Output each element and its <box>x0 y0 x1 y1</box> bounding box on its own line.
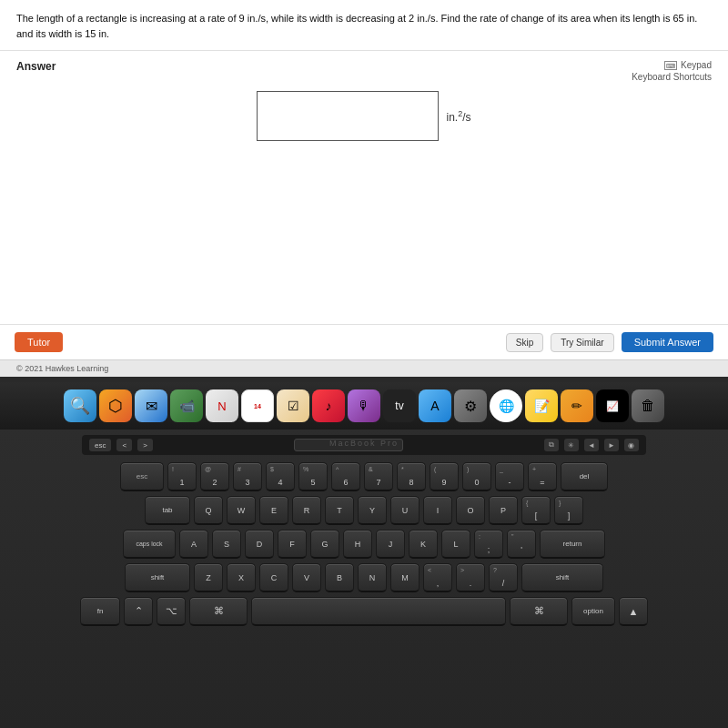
dock-notes[interactable]: 📝 <box>525 389 558 422</box>
dock-settings[interactable]: ⚙ <box>454 389 487 422</box>
dock-stocks[interactable]: 📈 <box>596 389 629 422</box>
key-arrow-up[interactable]: ▲ <box>619 597 648 626</box>
key-tab[interactable]: tab <box>145 496 190 525</box>
tutor-button[interactable]: Tutor <box>15 332 63 352</box>
tb-esc[interactable]: esc <box>89 439 111 451</box>
key-p[interactable]: P <box>489 496 518 525</box>
key-v[interactable]: V <box>292 563 321 592</box>
key-command-right[interactable]: ⌘ <box>510 597 568 626</box>
key-u[interactable]: U <box>390 496 420 525</box>
dock-reminders[interactable]: ☑ <box>277 389 309 422</box>
key-command-left[interactable]: ⌘ <box>189 597 248 626</box>
keyboard-shortcuts-button[interactable]: Keyboard Shortcuts <box>632 72 712 82</box>
key-b[interactable]: B <box>325 563 354 592</box>
dock-finder[interactable]: 🔍 <box>64 389 96 422</box>
tb-volume-up-icon[interactable]: ► <box>604 439 619 451</box>
submit-answer-button[interactable]: Submit Answer <box>622 332 713 352</box>
key-quote[interactable]: "' <box>507 530 536 559</box>
keypad-area: ⌨ Keypad Keyboard Shortcuts <box>632 60 712 82</box>
tb-left: esc < > <box>89 439 153 451</box>
key-l[interactable]: L <box>441 530 470 559</box>
key-z[interactable]: Z <box>194 563 223 592</box>
key-r[interactable]: R <box>292 496 321 525</box>
key-shift-right[interactable]: shift <box>521 563 603 592</box>
key-2[interactable]: @2 <box>200 462 229 491</box>
key-control[interactable]: ⌃ <box>124 597 153 626</box>
key-i[interactable]: I <box>423 496 452 525</box>
key-minus[interactable]: _- <box>495 462 524 491</box>
key-a[interactable]: A <box>179 530 208 559</box>
dock-facetime[interactable]: 📹 <box>170 389 203 422</box>
key-option-left[interactable]: ⌥ <box>157 597 186 626</box>
tb-forward[interactable]: > <box>137 439 153 451</box>
key-esc[interactable]: esc <box>120 462 164 491</box>
key-slash[interactable]: ?/ <box>489 563 518 592</box>
unit-slash: /s <box>462 111 470 124</box>
unit-text: in. <box>446 111 458 124</box>
key-9[interactable]: (9 <box>430 462 459 491</box>
key-caps-lock[interactable]: caps lock <box>123 530 176 559</box>
key-j[interactable]: J <box>376 530 405 559</box>
shortcuts-label: Keyboard Shortcuts <box>632 72 712 82</box>
key-5[interactable]: %5 <box>298 462 328 491</box>
key-q[interactable]: Q <box>194 496 223 525</box>
keypad-button[interactable]: ⌨ Keypad <box>664 60 712 70</box>
key-space[interactable] <box>251 597 506 626</box>
key-4[interactable]: $4 <box>266 462 295 491</box>
key-7[interactable]: &7 <box>364 462 393 491</box>
tb-back[interactable]: < <box>116 439 132 451</box>
dock-pencil[interactable]: ✏ <box>561 389 593 422</box>
key-y[interactable]: Y <box>358 496 387 525</box>
key-fn[interactable]: fn <box>80 597 120 626</box>
key-shift-left[interactable]: shift <box>125 563 190 592</box>
key-bracket-right[interactable]: }] <box>554 496 583 525</box>
keyboard-area: esc !1 @2 #3 $4 %5 ^6 &7 *8 (9 )0 _- += … <box>36 462 692 626</box>
skip-button[interactable]: Skip <box>506 333 543 352</box>
dock-music[interactable]: ♪ <box>312 389 345 422</box>
dock-launchpad[interactable]: ⬡ <box>99 389 132 422</box>
key-n[interactable]: N <box>358 563 387 592</box>
key-8[interactable]: *8 <box>397 462 426 491</box>
key-f[interactable]: F <box>278 530 307 559</box>
key-delete[interactable]: del <box>561 462 608 491</box>
dock-trash[interactable]: 🗑 <box>632 389 664 422</box>
key-6[interactable]: ^6 <box>331 462 360 491</box>
key-o[interactable]: O <box>456 496 485 525</box>
answer-label: Answer <box>16 60 56 73</box>
key-t[interactable]: T <box>325 496 354 525</box>
key-comma[interactable]: <, <box>423 563 452 592</box>
answer-header: Answer ⌨ Keypad Keyboard Shortcuts <box>16 60 712 82</box>
key-k[interactable]: K <box>409 530 438 559</box>
key-period[interactable]: >. <box>456 563 485 592</box>
key-g[interactable]: G <box>310 530 339 559</box>
key-3[interactable]: #3 <box>233 462 262 491</box>
key-bracket-left[interactable]: {[ <box>521 496 551 525</box>
key-return[interactable]: return <box>540 530 605 559</box>
dock-mail[interactable]: ✉ <box>135 389 167 422</box>
dock-tv[interactable]: tv <box>383 389 416 422</box>
tb-brightness-icon[interactable]: ✳ <box>564 439 579 451</box>
key-d[interactable]: D <box>245 530 274 559</box>
try-similar-button[interactable]: Try Similar <box>551 333 613 352</box>
key-e[interactable]: E <box>259 496 288 525</box>
key-c[interactable]: C <box>259 563 288 592</box>
key-semicolon[interactable]: :; <box>474 530 503 559</box>
tb-screenshot-icon[interactable]: ⧉ <box>544 439 559 451</box>
dock-news[interactable]: N <box>206 389 238 422</box>
key-0[interactable]: )0 <box>462 462 491 491</box>
key-option-right[interactable]: option <box>571 597 615 626</box>
tb-siri-icon[interactable]: ◉ <box>624 439 639 451</box>
key-equals[interactable]: += <box>528 462 557 491</box>
key-h[interactable]: H <box>343 530 372 559</box>
answer-input-box[interactable] <box>257 91 439 141</box>
key-w[interactable]: W <box>227 496 256 525</box>
key-s[interactable]: S <box>212 530 241 559</box>
dock-appstore[interactable]: A <box>419 389 451 422</box>
key-m[interactable]: M <box>390 563 420 592</box>
tb-volume-down-icon[interactable]: ◄ <box>584 439 599 451</box>
key-x[interactable]: X <box>227 563 256 592</box>
key-1[interactable]: !1 <box>167 462 197 491</box>
dock-podcasts[interactable]: 🎙 <box>348 389 380 422</box>
dock-chrome[interactable]: 🌐 <box>490 389 522 422</box>
dock-calendar[interactable]: 14 <box>241 389 274 422</box>
